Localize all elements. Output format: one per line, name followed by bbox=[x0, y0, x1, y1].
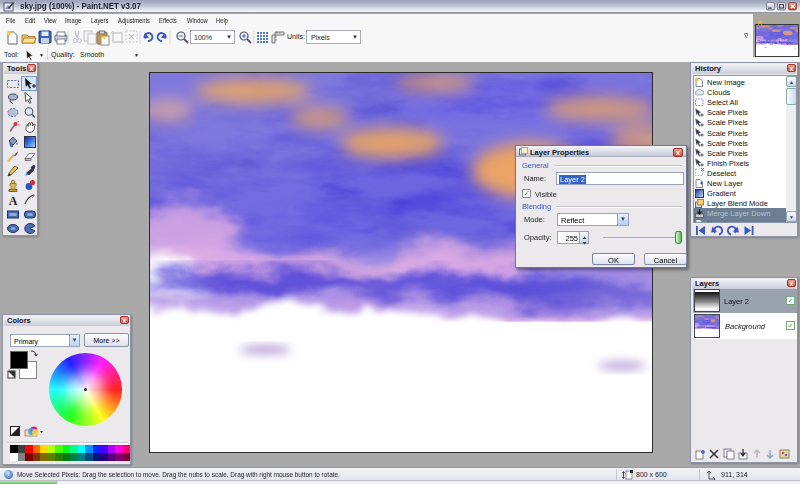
svg-text:A: A bbox=[9, 194, 18, 208]
